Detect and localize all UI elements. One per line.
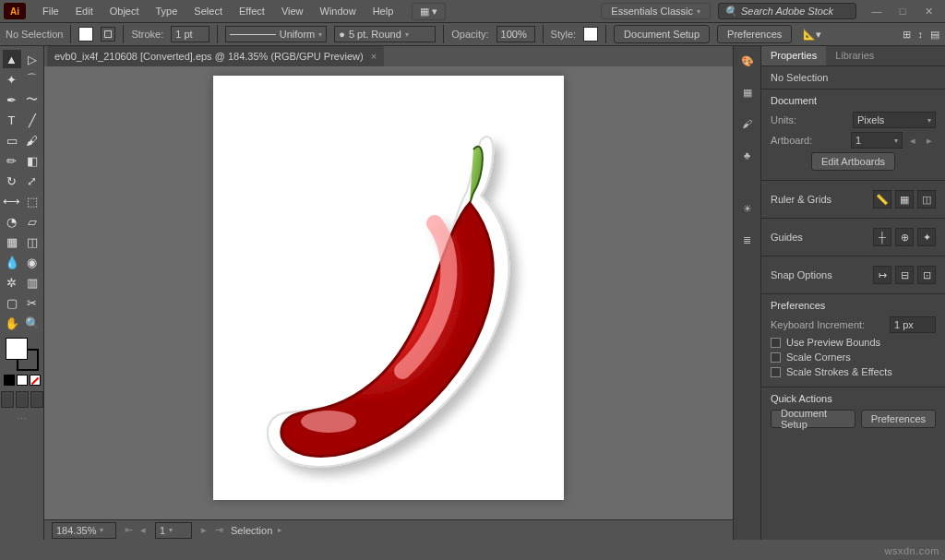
draw-behind[interactable] xyxy=(16,391,29,408)
perspective-tool[interactable]: ▱ xyxy=(23,212,42,231)
document-setup-button[interactable]: Document Setup xyxy=(614,25,710,43)
brush-tool[interactable]: 🖌 xyxy=(23,131,42,149)
pen-tool[interactable]: ✒ xyxy=(3,90,21,109)
close-button[interactable]: ✕ xyxy=(915,3,941,19)
stroke-weight-input[interactable]: 1 pt xyxy=(171,26,209,42)
width-tool[interactable]: ⟷ xyxy=(3,192,21,210)
lasso-tool[interactable]: ⌒ xyxy=(23,70,42,89)
document-tab[interactable]: evb0_ix4f_210608 [Converted].eps @ 184.3… xyxy=(47,46,384,66)
menu-select[interactable]: Select xyxy=(186,3,230,19)
shaper-tool[interactable]: ✏ xyxy=(3,151,21,170)
last-artboard-icon[interactable]: ⇥ xyxy=(212,524,225,537)
swatches-panel-icon[interactable]: ▦ xyxy=(738,83,757,101)
scale-corners-checkbox[interactable]: Scale Corners xyxy=(771,351,936,363)
artboard-prev-icon[interactable]: ◂ xyxy=(906,134,919,147)
graph-tool[interactable]: ▥ xyxy=(23,273,42,292)
kb-increment-input[interactable]: 1 px xyxy=(890,316,936,333)
stroke-panel-icon[interactable]: ☀ xyxy=(738,199,757,218)
layers-panel-icon[interactable]: ≣ xyxy=(738,231,757,249)
stroke-swatch[interactable] xyxy=(101,27,115,42)
search-input[interactable]: 🔍 Search Adobe Stock xyxy=(718,3,856,19)
gradient-tool[interactable]: ◫ xyxy=(23,232,42,251)
arrange-docs-icon[interactable]: ▦ ▾ xyxy=(412,3,446,20)
minimize-button[interactable]: — xyxy=(864,3,890,19)
direct-selection-tool[interactable]: ▷ xyxy=(23,50,42,68)
snap-grid-icon[interactable]: ⊟ xyxy=(895,266,914,284)
style-swatch[interactable] xyxy=(583,27,598,42)
artboard-tool[interactable]: ▢ xyxy=(3,293,21,312)
stroke-profile-dropdown[interactable]: Uniform▾ xyxy=(225,26,327,42)
snap-point-icon[interactable]: ↦ xyxy=(873,266,891,284)
rectangle-tool[interactable]: ▭ xyxy=(3,131,21,149)
workspace-switcher[interactable]: Essentials Classic ▾ xyxy=(601,3,711,19)
tab-close-icon[interactable]: × xyxy=(371,51,377,62)
maximize-button[interactable]: □ xyxy=(890,3,915,19)
fill-stroke-control[interactable] xyxy=(6,338,39,371)
symbols-panel-icon[interactable]: ♣ xyxy=(738,146,757,164)
units-dropdown[interactable]: Pixels▾ xyxy=(853,112,936,128)
menu-object[interactable]: Object xyxy=(102,3,147,19)
status-caret-icon[interactable]: ▸ xyxy=(278,526,281,534)
artboard-nav-input[interactable]: 1▾ xyxy=(155,522,192,539)
first-artboard-icon[interactable]: ⇤ xyxy=(122,524,135,537)
qa-preferences-button[interactable]: Preferences xyxy=(861,410,936,428)
symbol-tool[interactable]: ✲ xyxy=(3,273,21,292)
canvas[interactable] xyxy=(44,66,733,519)
tab-libraries[interactable]: Libraries xyxy=(826,46,883,66)
eraser-tool[interactable]: ◧ xyxy=(23,151,42,170)
color-none[interactable] xyxy=(30,375,41,386)
menu-edit[interactable]: Edit xyxy=(68,3,101,19)
qa-document-setup-button[interactable]: Document Setup xyxy=(771,410,855,428)
menu-type[interactable]: Type xyxy=(149,3,185,19)
menu-view[interactable]: View xyxy=(274,3,311,19)
transparency-grid-icon[interactable]: ◫ xyxy=(917,190,936,209)
snap-pixel-icon[interactable]: ⊡ xyxy=(917,266,936,284)
slice-tool[interactable]: ✂ xyxy=(23,293,42,312)
hand-tool[interactable]: ✋ xyxy=(3,314,21,332)
type-tool[interactable]: T xyxy=(3,111,21,129)
line-tool[interactable]: ╱ xyxy=(23,111,42,129)
shape-builder-tool[interactable]: ◔ xyxy=(3,212,21,231)
rotate-tool[interactable]: ↻ xyxy=(3,172,21,190)
mesh-tool[interactable]: ▦ xyxy=(3,232,21,251)
brush-dropdown[interactable]: ●5 pt. Round▾ xyxy=(334,26,436,42)
blend-tool[interactable]: ◉ xyxy=(23,253,42,271)
preferences-button[interactable]: Preferences xyxy=(717,25,792,43)
show-guides-icon[interactable]: ┼ xyxy=(873,228,891,246)
artboard-next-icon[interactable]: ▸ xyxy=(923,134,936,147)
menu-window[interactable]: Window xyxy=(313,3,364,19)
menu-help[interactable]: Help xyxy=(365,3,401,19)
scale-strokes-checkbox[interactable]: Scale Strokes & Effects xyxy=(771,366,936,377)
selection-tool[interactable]: ▲ xyxy=(3,50,21,68)
zoom-tool[interactable]: 🔍 xyxy=(23,314,42,332)
curvature-tool[interactable]: 〜 xyxy=(23,90,42,109)
transform-icon[interactable]: ↕ xyxy=(918,29,924,40)
next-artboard-icon[interactable]: ▸ xyxy=(197,524,210,537)
fill-swatch[interactable] xyxy=(78,27,93,42)
edit-artboards-button[interactable]: Edit Artboards xyxy=(811,152,895,171)
draw-normal[interactable] xyxy=(1,391,14,408)
zoom-dropdown[interactable]: 184.35%▾ xyxy=(52,522,116,539)
tab-properties[interactable]: Properties xyxy=(761,46,826,66)
use-preview-bounds-checkbox[interactable]: Use Preview Bounds xyxy=(771,337,936,348)
lock-guides-icon[interactable]: ⊕ xyxy=(895,228,914,246)
panel-menu-icon[interactable]: ▤ xyxy=(930,29,939,41)
prev-artboard-icon[interactable]: ◂ xyxy=(137,524,150,537)
smart-guides-icon[interactable]: ✦ xyxy=(917,228,936,246)
menu-file[interactable]: File xyxy=(35,3,66,19)
menu-effect[interactable]: Effect xyxy=(232,3,272,19)
free-transform-tool[interactable]: ⬚ xyxy=(23,192,42,210)
align-icon[interactable]: 📐▾ xyxy=(799,29,825,41)
brushes-panel-icon[interactable]: 🖌 xyxy=(738,114,757,133)
ruler-icon[interactable]: 📏 xyxy=(873,190,891,209)
eyedropper-tool[interactable]: 💧 xyxy=(3,253,21,271)
color-panel-icon[interactable]: 🎨 xyxy=(738,52,757,70)
grid-icon[interactable]: ▦ xyxy=(895,190,914,209)
opacity-input[interactable]: 100% xyxy=(496,26,535,42)
magic-wand-tool[interactable]: ✦ xyxy=(3,70,21,89)
artboard-dropdown[interactable]: 1▾ xyxy=(851,132,903,149)
xy-icon[interactable]: ⊞ xyxy=(903,29,911,41)
color-black[interactable] xyxy=(4,375,15,386)
color-white[interactable] xyxy=(17,375,28,386)
edit-toolbar-icon[interactable]: ⋯ xyxy=(17,413,27,425)
